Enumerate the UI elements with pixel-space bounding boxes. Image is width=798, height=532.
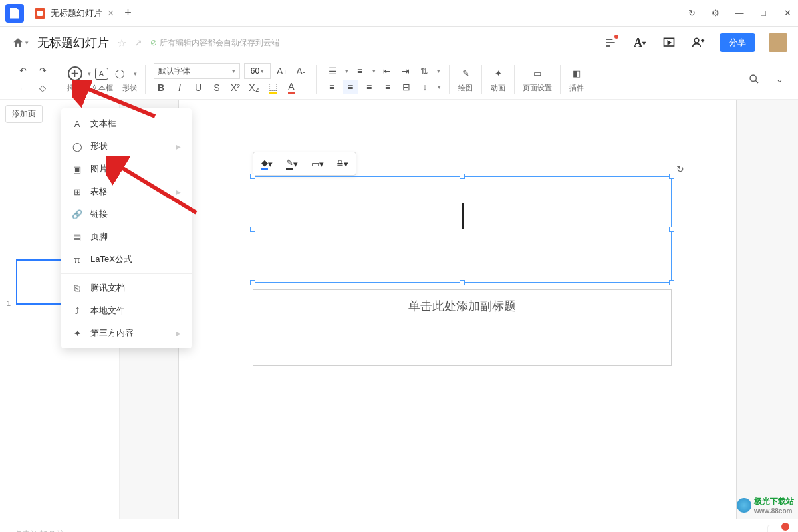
- document-header: ▾ 无标题幻灯片 ☆ ↗ ⊘ 所有编辑内容都会自动保存到云端 A▾ 分享: [0, 27, 798, 59]
- insert-menu-third[interactable]: ✦第三方内容▶: [61, 322, 192, 344]
- strikethrough-icon[interactable]: S: [209, 80, 224, 95]
- resize-handle[interactable]: [460, 280, 465, 285]
- insert-menu-latex[interactable]: πLaTeX公式: [61, 248, 192, 271]
- align-center-icon[interactable]: ≡: [343, 80, 358, 94]
- align-justify-icon[interactable]: ≡: [380, 80, 395, 94]
- draw-label: 绘图: [458, 83, 473, 93]
- app-logo-icon[interactable]: [5, 4, 24, 23]
- insert-menu-link[interactable]: 🔗链接: [61, 203, 192, 225]
- decrease-font-icon[interactable]: A-: [293, 64, 308, 78]
- superscript-icon[interactable]: X²: [228, 80, 243, 95]
- floating-format-toolbar: ◆▾ ✎▾ ▭▾ ≞▾: [253, 152, 356, 176]
- home-button[interactable]: ▾: [11, 33, 29, 52]
- notes-more-button[interactable]: ⋯: [767, 525, 787, 532]
- document-tab[interactable]: 无标题幻灯片 ×: [29, 0, 119, 26]
- new-tab-button[interactable]: +: [124, 6, 132, 20]
- resize-handle[interactable]: [669, 280, 674, 285]
- increase-font-icon[interactable]: A+: [275, 64, 289, 78]
- insert-menu-footer[interactable]: ▤页脚: [61, 225, 192, 248]
- collapse-toolbar-icon[interactable]: ⌄: [771, 71, 787, 87]
- fill-color-icon[interactable]: ◆▾: [257, 156, 276, 171]
- insert-menu-upload[interactable]: ⤴本地文件: [61, 299, 192, 322]
- format-painter-icon[interactable]: ⌐: [15, 80, 31, 96]
- align-left-icon[interactable]: ≡: [325, 80, 339, 94]
- italic-icon[interactable]: I: [172, 80, 187, 95]
- resize-handle[interactable]: [460, 174, 465, 179]
- maximize-button[interactable]: □: [758, 8, 769, 18]
- user-avatar[interactable]: [769, 33, 787, 52]
- shape-icon: ◯: [72, 141, 82, 152]
- number-list-icon[interactable]: ≡: [352, 64, 367, 78]
- font-size-select[interactable]: 60▾: [244, 63, 271, 79]
- title-textbox[interactable]: ↻: [253, 176, 672, 283]
- subscript-icon[interactable]: X₂: [247, 80, 261, 95]
- present-icon[interactable]: [661, 35, 677, 51]
- indent-icon[interactable]: ⇥: [398, 64, 413, 78]
- shape-icon[interactable]: ◯: [112, 66, 128, 82]
- share-button[interactable]: 分享: [720, 33, 755, 52]
- add-page-button[interactable]: 添加页: [5, 105, 43, 123]
- undo-icon[interactable]: ↶: [15, 63, 31, 78]
- textbox-icon[interactable]: A: [95, 68, 108, 80]
- sync-icon[interactable]: ↻: [686, 8, 697, 18]
- text-direction-icon[interactable]: ↓: [418, 80, 432, 94]
- insert-menu-text[interactable]: A文本框: [61, 112, 192, 135]
- favorite-star-icon[interactable]: ☆: [117, 37, 126, 49]
- footer-icon: ▤: [72, 231, 82, 242]
- insert-menu-image[interactable]: ▣图片: [61, 158, 192, 180]
- svg-point-1: [694, 38, 699, 43]
- plugin-icon[interactable]: ◧: [569, 66, 585, 82]
- draw-icon[interactable]: ✎: [458, 66, 473, 82]
- border-color-icon[interactable]: ✎▾: [283, 156, 301, 171]
- font-style-icon[interactable]: A▾: [632, 35, 648, 51]
- svg-point-2: [750, 75, 756, 81]
- slide-index: 1: [7, 299, 11, 307]
- main-toolbar: ↶ ↷ ⌐ ◇ +▾ A ◯▾ 插入 文本框 形状 默认字体▾ 60▾ A+ A…: [0, 59, 798, 100]
- search-icon[interactable]: [746, 71, 762, 87]
- textbox-label: 文本框: [91, 83, 113, 93]
- resize-handle[interactable]: [669, 174, 674, 179]
- document-title[interactable]: 无标题幻灯片: [37, 35, 109, 51]
- animation-label: 动画: [491, 83, 505, 93]
- resize-handle[interactable]: [250, 280, 255, 285]
- resize-handle[interactable]: [250, 174, 255, 179]
- watermark-logo-icon: [737, 498, 751, 513]
- border-style-icon[interactable]: ▭▾: [308, 156, 327, 171]
- highlight-color-icon[interactable]: ⬚: [265, 80, 280, 95]
- settings-icon[interactable]: ⚙: [710, 8, 721, 18]
- resize-handle[interactable]: [669, 227, 674, 232]
- subtitle-textbox[interactable]: 单击此处添加副标题: [253, 289, 672, 366]
- insert-menu-txdoc[interactable]: ⎘腾讯文档: [61, 277, 192, 299]
- redo-icon[interactable]: ↷: [35, 63, 51, 78]
- insert-menu-shape[interactable]: ◯形状▶: [61, 135, 192, 158]
- close-window-button[interactable]: ✕: [782, 8, 793, 18]
- valign-icon[interactable]: ⊟: [399, 80, 414, 94]
- outdent-icon[interactable]: ⇤: [380, 64, 394, 78]
- rotate-handle-icon[interactable]: ↻: [676, 164, 684, 174]
- canvas-area[interactable]: ◆▾ ✎▾ ▭▾ ≞▾ ↻ 单击此处添加副标题: [120, 100, 798, 519]
- animation-icon[interactable]: ✦: [490, 66, 506, 82]
- bold-icon[interactable]: B: [154, 80, 168, 95]
- arrange-icon[interactable]: ≞▾: [333, 156, 352, 171]
- text-color-icon[interactable]: A: [284, 80, 299, 95]
- table-icon: ⊞: [72, 186, 82, 197]
- insert-plus-icon[interactable]: +: [68, 66, 82, 81]
- txdoc-icon: ⎘: [72, 283, 82, 293]
- underline-icon[interactable]: U: [191, 80, 205, 95]
- outline-icon[interactable]: [602, 35, 618, 51]
- insert-menu-table[interactable]: ⊞表格▶: [61, 180, 192, 203]
- minimize-button[interactable]: —: [734, 8, 745, 18]
- clear-format-icon[interactable]: ◇: [35, 80, 51, 96]
- submenu-arrow-icon: ▶: [176, 188, 181, 196]
- bullet-list-icon[interactable]: ☰: [325, 64, 340, 78]
- line-spacing-icon[interactable]: ⇅: [417, 64, 432, 78]
- add-collaborator-icon[interactable]: [690, 35, 706, 51]
- resize-handle[interactable]: [250, 227, 255, 232]
- close-tab-icon[interactable]: ×: [108, 7, 114, 19]
- insert-label[interactable]: 插入: [67, 83, 82, 93]
- font-family-select[interactable]: 默认字体▾: [154, 63, 240, 79]
- align-right-icon[interactable]: ≡: [362, 80, 376, 94]
- page-setup-icon[interactable]: ▭: [529, 66, 545, 82]
- goto-icon[interactable]: ↗: [134, 37, 142, 48]
- notes-panel[interactable]: 点击添加备注 ⋯: [0, 519, 798, 532]
